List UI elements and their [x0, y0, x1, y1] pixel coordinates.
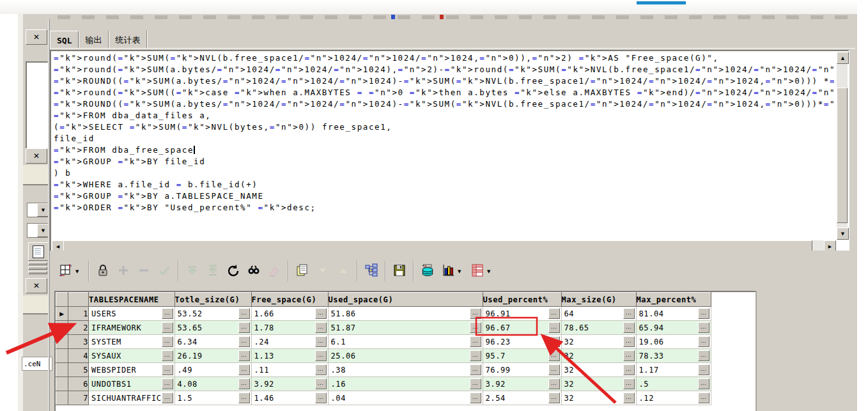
cell-more-button[interactable]: …	[548, 308, 560, 319]
cell[interactable]: 1.78…	[251, 321, 328, 335]
cell[interactable]: 32…	[561, 349, 636, 363]
cell-more-button[interactable]: …	[315, 350, 327, 361]
hscroll-thumb[interactable]	[63, 240, 812, 251]
cell[interactable]: 64…	[561, 307, 636, 321]
document-grid-button[interactable]	[28, 242, 49, 261]
editor-hscrollbar[interactable]: ◀ ▶	[52, 240, 836, 251]
tab-output[interactable]: 输出	[79, 31, 109, 49]
cell[interactable]: 1.13…	[251, 349, 328, 363]
cell-more-button[interactable]: …	[470, 322, 481, 333]
scroll-up-button[interactable]: ▲	[837, 52, 849, 64]
cell-more-button[interactable]: …	[548, 364, 560, 375]
cell-more-button[interactable]: …	[470, 308, 481, 319]
cell-more-button[interactable]: …	[162, 378, 173, 389]
column-header[interactable]: TABLESPACENAME	[89, 293, 175, 307]
cell[interactable]: 1.46…	[251, 391, 328, 405]
cell[interactable]: .12…	[636, 391, 711, 405]
column-header[interactable]: Totle_size(G)	[174, 293, 251, 307]
lock-button[interactable]	[93, 262, 112, 281]
cell[interactable]: 78.33…	[636, 349, 711, 363]
cell-more-button[interactable]: …	[162, 308, 173, 319]
side-dropdown-1[interactable]: ▼	[27, 203, 50, 217]
cell[interactable]: 53.52…	[174, 307, 251, 321]
cell-more-button[interactable]: …	[698, 308, 709, 319]
cell-more-button[interactable]: …	[470, 336, 481, 347]
cell-more-button[interactable]: …	[698, 336, 709, 347]
cell[interactable]: 6.1…	[328, 335, 483, 349]
close-panel-button-3[interactable]: ✕	[26, 278, 47, 293]
cell[interactable]: 32…	[561, 377, 636, 391]
export-table-button[interactable]	[468, 262, 487, 281]
cell-more-button[interactable]: …	[548, 336, 560, 347]
row-number[interactable]: 7	[68, 391, 89, 405]
cell[interactable]: .24…	[251, 335, 328, 349]
cell[interactable]: SYSAUX…	[89, 349, 175, 363]
cell-more-button[interactable]: …	[315, 322, 327, 333]
cell[interactable]: .16…	[328, 377, 483, 391]
row-number[interactable]: 3	[68, 335, 89, 349]
cell[interactable]: 76.99…	[483, 363, 561, 377]
cell-more-button[interactable]: …	[162, 322, 173, 333]
cell-more-button[interactable]: …	[315, 308, 327, 319]
row-number[interactable]: 2	[68, 321, 89, 335]
cell-more-button[interactable]: …	[162, 392, 173, 403]
row-number[interactable]: 6	[68, 377, 89, 391]
table-row[interactable]: 5WEBSPIDER….49….11….38…76.99…32…1.17…	[56, 363, 711, 377]
grid-view-button[interactable]	[56, 262, 75, 281]
cell-more-button[interactable]: …	[238, 364, 250, 375]
table-row[interactable]: 2IFRAMEWORK…53.65…1.78…51.87…96.67…78.65…	[56, 321, 711, 335]
cell-more-button[interactable]: …	[238, 336, 250, 347]
cell-more-button[interactable]: …	[315, 392, 327, 403]
cell-more-button[interactable]: …	[698, 350, 709, 361]
cell[interactable]: .04…	[328, 391, 483, 405]
cell-more-button[interactable]: …	[315, 364, 327, 375]
cell[interactable]: IFRAMEWORK…	[89, 321, 175, 335]
cell-more-button[interactable]: …	[698, 364, 709, 375]
cell-more-button[interactable]: …	[548, 378, 560, 389]
chevron-down-icon[interactable]: ▼	[75, 269, 79, 274]
cell[interactable]: 32…	[561, 363, 636, 377]
cell[interactable]: 81.04…	[636, 307, 711, 321]
cell[interactable]: .49…	[174, 363, 251, 377]
cell-more-button[interactable]: …	[548, 322, 560, 333]
cell[interactable]: .5…	[636, 377, 711, 391]
chevron-down-icon[interactable]: ▼	[458, 269, 461, 274]
column-header[interactable]: Max_size(G)	[561, 293, 636, 307]
cell-more-button[interactable]: …	[162, 350, 173, 361]
row-number[interactable]: 1	[68, 307, 89, 321]
close-panel-button-1[interactable]: ✕	[26, 29, 47, 45]
cell-more-button[interactable]: …	[548, 392, 560, 403]
single-record-view-button[interactable]	[362, 262, 381, 281]
cell-more-button[interactable]: …	[623, 308, 635, 319]
cell[interactable]: .11…	[251, 363, 328, 377]
cell[interactable]: WEBSPIDER…	[89, 363, 175, 377]
cell[interactable]: 53.65…	[174, 321, 251, 335]
cell-more-button[interactable]: …	[470, 350, 481, 361]
cell[interactable]: 2.54…	[483, 391, 561, 405]
cell[interactable]: 65.94…	[636, 321, 711, 335]
sql-editor[interactable]: ="k">round(="k">SUM(="k">NVL(b.free_spac…	[50, 50, 849, 253]
cell[interactable]: 1.17…	[636, 363, 711, 377]
cell-more-button[interactable]: …	[623, 322, 635, 333]
table-row[interactable]: 6UNDOTBS1…4.08…3.92….16…3.92…32….5…	[56, 377, 711, 391]
column-header[interactable]: Free_space(G)	[251, 293, 328, 307]
cell[interactable]: .38…	[328, 363, 483, 377]
column-header[interactable]: Max_percent%	[636, 293, 711, 307]
refresh-button[interactable]	[224, 262, 243, 281]
row-number[interactable]: 5	[68, 363, 89, 377]
save-button[interactable]	[390, 262, 409, 281]
row-number[interactable]: 4	[68, 349, 89, 363]
cell-more-button[interactable]: …	[470, 364, 481, 375]
table-row[interactable]: 7SICHUANTRAFFIC…1.5…1.46….04…2.54…32….12…	[56, 391, 711, 405]
side-dropdown-2[interactable]: ▼	[27, 223, 50, 238]
cell-more-button[interactable]: …	[623, 336, 635, 347]
cell-more-button[interactable]: …	[470, 392, 481, 403]
column-header[interactable]: Used_percent%	[483, 293, 561, 307]
chart-button[interactable]	[438, 262, 458, 281]
cell[interactable]: 3.92…	[251, 377, 328, 391]
cell-more-button[interactable]: …	[315, 378, 327, 389]
cell[interactable]: SYSTEM…	[89, 335, 175, 349]
cell[interactable]: 26.19…	[174, 349, 251, 363]
cell[interactable]: USERS…	[89, 307, 175, 321]
cell-more-button[interactable]: …	[623, 378, 635, 389]
